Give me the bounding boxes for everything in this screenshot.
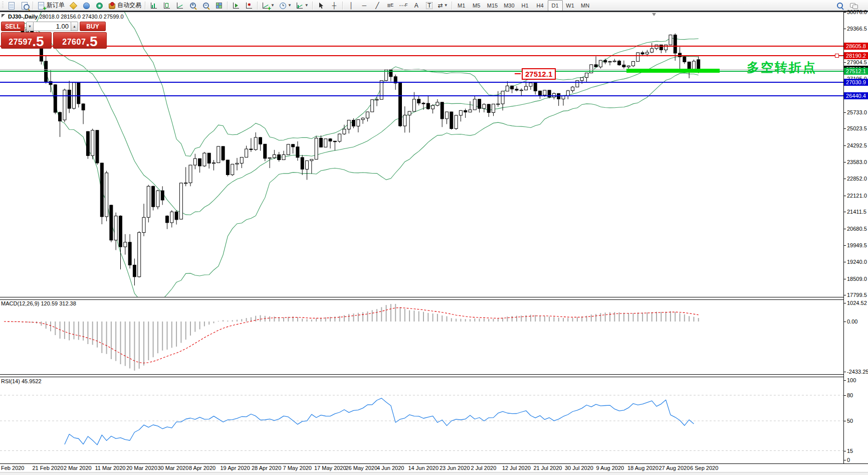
chevron-down-icon: ▼ [444, 3, 448, 8]
ask-price-display[interactable]: 27607.5 [53, 32, 107, 49]
date-axis-label: 23 Jun 2020 [440, 465, 470, 471]
date-axis-label: 17 May 2020 [314, 465, 346, 471]
community-button[interactable] [80, 1, 93, 11]
hline-27030.9[interactable] [0, 82, 843, 83]
arrows-icon: ⇄ [438, 3, 443, 9]
rsi-axis-label: 50 [847, 418, 853, 424]
turning-point-annotation[interactable]: 多空转折点 [747, 59, 817, 76]
trendline-button[interactable]: ╱ [371, 1, 384, 11]
profiles-button[interactable] [18, 1, 31, 11]
timeframe-m30[interactable]: M30 [501, 0, 517, 11]
date-axis-label: 12 Jul 2020 [502, 465, 531, 471]
chart-window-icon [8, 2, 16, 10]
macd-axis-label: -2433.25 [847, 369, 868, 375]
timeframe-h4[interactable]: H4 [533, 0, 548, 11]
trendline-icon: ╱ [375, 3, 379, 9]
volume-input[interactable] [34, 22, 71, 31]
label-tool-button[interactable]: T [423, 1, 436, 11]
date-axis-label: 21 Feb 2020 [33, 465, 64, 471]
hline-selection-handle[interactable] [835, 54, 839, 58]
date-axis-label: 2 Jul 2020 [471, 465, 497, 471]
date-axis-label: 20 Mar 2020 [126, 465, 157, 471]
timeframe-mn[interactable]: MN [578, 0, 593, 11]
support-highlight-bar[interactable] [626, 69, 720, 73]
hline-28605.8[interactable] [0, 46, 843, 46]
chevron-down-icon: ▼ [288, 3, 292, 8]
timeframe-h1[interactable]: H1 [518, 0, 533, 11]
periods-button[interactable]: ▼ [277, 1, 294, 11]
zoom-in-button[interactable]: + [186, 1, 199, 11]
search-button[interactable] [834, 1, 847, 11]
channels-icon: ⋯ [399, 3, 405, 9]
templates-button[interactable]: ▼ [294, 1, 311, 11]
oneclick-collapse-arrow[interactable] [2, 14, 5, 18]
date-axis-label: 2 Mar 2020 [64, 465, 92, 471]
bid-price-display[interactable]: 27597.5 [1, 32, 52, 49]
crosshair-button[interactable]: ┼ [328, 1, 341, 11]
auto-scroll-button[interactable] [230, 1, 243, 11]
text-tool-button[interactable]: A [410, 1, 423, 11]
date-axis-label: Feb 2020 [1, 465, 24, 471]
autotrading-button[interactable]: 自动交易 [106, 1, 143, 11]
volume-decrease-button[interactable]: ▼ [26, 22, 34, 31]
hline-28190.2[interactable] [0, 55, 843, 56]
fibonacci-button[interactable]: ≡E [384, 1, 397, 11]
fibonacci-icon: ≡ [387, 3, 390, 9]
price-axis-tick-label: 29366.5 [847, 26, 867, 32]
line-chart-button[interactable] [173, 1, 186, 11]
label-tool-icon: T [426, 2, 432, 9]
metaeditor-button[interactable] [67, 1, 80, 11]
chart-shift-button[interactable]: ✱ [243, 1, 256, 11]
sell-button[interactable]: SELL [1, 22, 25, 31]
ohlc-values: 28018.0 28156.0 27430.0 27599.0 [39, 14, 123, 20]
candlestick-chart-button[interactable] [160, 1, 173, 11]
timeframe-m15[interactable]: M15 [484, 0, 501, 11]
price-axis-tick-label: 20680.5 [847, 226, 867, 232]
price-axis-tick [843, 245, 846, 246]
autotrading-icon [108, 2, 116, 10]
arrows-button[interactable]: ⇄▼ [436, 1, 450, 11]
date-axis-label: 8 Apr 2020 [189, 465, 215, 471]
shift-end-marker[interactable] [652, 13, 656, 16]
timeframe-m5[interactable]: M5 [469, 0, 484, 11]
date-axis-label: 30 Jul 2020 [565, 465, 593, 471]
price-axis-tick-label: 19949.5 [847, 242, 867, 248]
horizontal-line-button[interactable]: ─ [358, 1, 371, 11]
rsi-pane-top-border[interactable] [0, 377, 844, 377]
main-pane-bottom-border [0, 297, 844, 297]
buy-button[interactable]: BUY [80, 22, 106, 31]
support-price-tag[interactable]: 27512.1 [522, 68, 556, 80]
signals-button[interactable] [93, 1, 106, 11]
main-chart-canvas[interactable] [0, 12, 843, 297]
crosshair-icon: ┼ [332, 3, 337, 9]
chevron-down-icon: ▼ [305, 3, 309, 8]
toolbar-separator [33, 2, 34, 10]
signals-icon [95, 2, 103, 10]
vertical-line-button[interactable]: │ [345, 1, 358, 11]
timeframe-d1[interactable]: D1 [548, 0, 563, 11]
rsi-pane-canvas[interactable] [0, 377, 843, 463]
channels-button[interactable]: ⋯F [397, 1, 410, 11]
timeframe-w1[interactable]: W1 [563, 0, 578, 11]
tile-windows-button[interactable] [212, 1, 226, 11]
price-axis-tick-label: 22121.0 [847, 193, 867, 199]
cursor-button[interactable] [315, 1, 328, 11]
price-axis-tick-label: 30076.0 [847, 9, 867, 15]
date-axis-label: 7 May 2020 [283, 465, 312, 471]
chart-top-border [0, 12, 868, 12]
toolbar-separator [452, 2, 453, 10]
volume-increase-button[interactable]: ▲ [71, 22, 78, 31]
new-chart-button[interactable] [5, 1, 18, 11]
macd-pane-top-border[interactable] [0, 299, 844, 300]
indicators-button[interactable]: +▼ [260, 1, 277, 11]
macd-pane-canvas[interactable] [0, 300, 843, 374]
horizontal-line-icon: ─ [362, 3, 367, 9]
timeframe-m1[interactable]: M1 [454, 0, 469, 11]
bar-chart-button[interactable] [147, 1, 160, 11]
hline-26440.4[interactable] [0, 95, 843, 96]
auto-scroll-icon [232, 2, 240, 10]
zoom-out-button[interactable]: − [199, 1, 212, 11]
macd-axis-label: 0.00 [847, 319, 857, 325]
status-strip [0, 472, 868, 475]
new-order-button[interactable]: + 新订单 [35, 1, 67, 11]
